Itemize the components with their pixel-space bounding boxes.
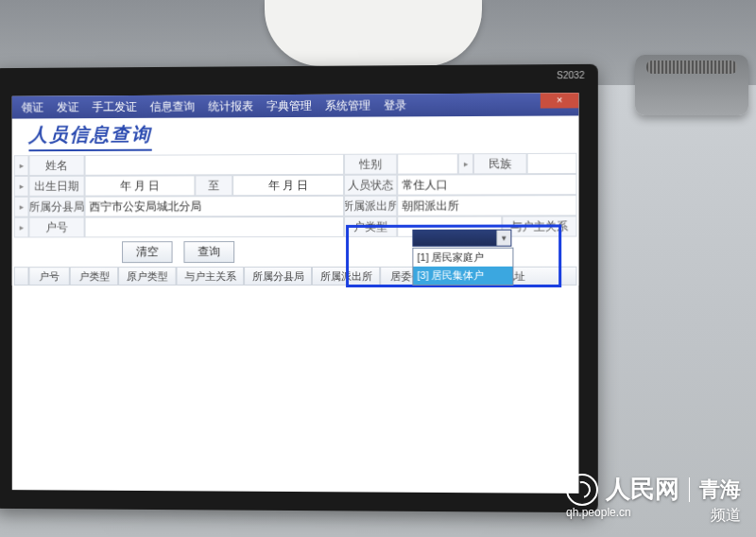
watermark-region: 青海 — [699, 476, 741, 504]
monitor-frame: S2032 × 领证 发证 手工发证 信息查询 统计报表 字典管理 系统管理 登… — [0, 64, 598, 512]
menu-bar: 领证 发证 手工发证 信息查询 统计报表 字典管理 系统管理 登录 — [12, 93, 579, 118]
status-label: 人员状态 — [344, 175, 397, 196]
col-station[interactable]: 所属派出所 — [312, 267, 380, 286]
watermark-logo-icon — [566, 474, 598, 506]
page-title: 人员信息查询 — [28, 122, 151, 151]
col-headrel[interactable]: 与户主关系 — [177, 267, 245, 286]
row-expander[interactable]: ▸ — [14, 217, 29, 238]
watermark-url: qh.people.cn — [566, 506, 631, 526]
menu-xinxi[interactable]: 信息查询 — [150, 98, 196, 114]
window-close-button[interactable]: × — [541, 93, 579, 108]
hhtype-dropdown: [1] 居民家庭户 [3] 居民集体户 — [412, 248, 513, 286]
menu-zidian[interactable]: 字典管理 — [266, 97, 312, 113]
nation-select[interactable] — [527, 153, 577, 174]
station-value[interactable]: 朝阳派出所 — [397, 195, 576, 217]
col-hhno[interactable]: 户号 — [28, 267, 69, 286]
station-label: 所属派出所 — [344, 196, 397, 217]
clear-button[interactable]: 清空 — [122, 241, 172, 263]
row-expander[interactable]: ▸ — [14, 197, 29, 217]
dob-from-input[interactable]: 年 月 日 — [85, 175, 196, 196]
bureau-value[interactable]: 西宁市公安局城北分局 — [85, 196, 344, 217]
watermark: 人民网 青海 qh.people.cn 频道 — [566, 473, 741, 526]
hhtype-option-family[interactable]: [1] 居民家庭户 — [413, 249, 512, 267]
gender-expander[interactable]: ▸ — [458, 153, 473, 174]
menu-lingzheng[interactable]: 领证 — [22, 99, 44, 115]
hhno-input[interactable] — [85, 217, 344, 237]
menu-login[interactable]: 登录 — [384, 97, 406, 113]
chevron-down-icon[interactable]: ▼ — [496, 231, 510, 246]
gender-label: 性别 — [344, 154, 397, 175]
watermark-channel: 频道 — [711, 506, 741, 526]
page-title-bar: 人员信息查询 — [12, 115, 579, 153]
row-expander[interactable]: ▸ — [14, 155, 29, 176]
menu-xitong[interactable]: 系统管理 — [325, 97, 370, 113]
col-selector[interactable] — [14, 267, 29, 286]
dob-label: 出生日期 — [28, 176, 84, 197]
col-hhtype[interactable]: 户类型 — [70, 267, 118, 286]
gender-select[interactable] — [397, 153, 457, 174]
nation-label: 民族 — [473, 153, 527, 174]
screen: × 领证 发证 手工发证 信息查询 统计报表 字典管理 系统管理 登录 人员信息… — [12, 93, 579, 494]
hhno-label: 户号 — [28, 217, 84, 237]
menu-fazheng[interactable]: 发证 — [57, 99, 79, 115]
desk-object — [265, 0, 482, 66]
watermark-brand: 人民网 — [606, 473, 679, 506]
menu-shougong[interactable]: 手工发证 — [92, 98, 136, 114]
col-bureau[interactable]: 所属分县局 — [244, 267, 312, 286]
monitor-model-label: S2032 — [557, 70, 584, 80]
hhtype-option-collective[interactable]: [3] 居民集体户 — [413, 267, 512, 285]
dob-to-input[interactable]: 年 月 日 — [232, 175, 344, 196]
dob-to-label: 至 — [195, 175, 232, 196]
row-expander[interactable]: ▸ — [14, 176, 29, 197]
status-value[interactable]: 常住人口 — [397, 174, 576, 196]
col-orig-hhtype[interactable]: 原户类型 — [118, 267, 176, 286]
card-reader-device — [635, 55, 748, 115]
menu-tongji[interactable]: 统计报表 — [208, 98, 253, 114]
name-label: 姓名 — [28, 155, 84, 176]
hhtype-combobox[interactable]: ▼ — [412, 230, 511, 247]
headrel-label: 与户主关系 — [502, 216, 576, 236]
hhtype-label: 户类型 — [344, 217, 397, 237]
watermark-divider — [689, 477, 690, 502]
name-input[interactable] — [85, 154, 344, 176]
bureau-label: 所属分县局 — [28, 197, 84, 217]
query-button[interactable]: 查询 — [183, 241, 234, 263]
